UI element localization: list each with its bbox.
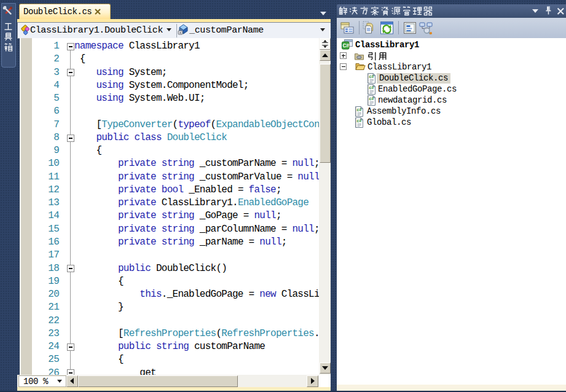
svg-text:C#: C# [342, 42, 349, 49]
